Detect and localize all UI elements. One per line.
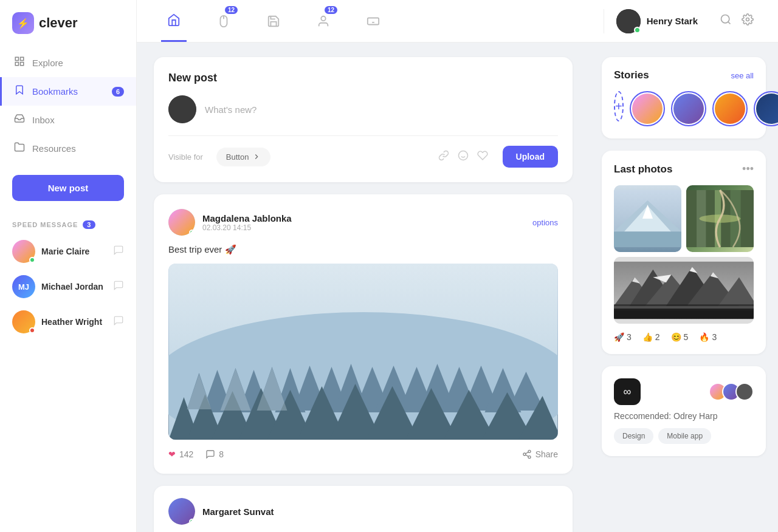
photo-item-snowy-mountains[interactable] [614, 257, 754, 324]
like-action[interactable]: ❤ 142 [168, 449, 193, 459]
mouse-tab-badge: 12 [225, 6, 238, 14]
reaction-thumbsup[interactable]: 👍 2 [642, 332, 660, 342]
svg-rect-2 [15, 63, 18, 66]
svg-point-17 [746, 18, 749, 21]
inbox-label: Inbox [32, 115, 55, 125]
post-author-name-2: Margaret Sunvat [202, 506, 274, 517]
tab-profile[interactable]: 12 [311, 1, 336, 41]
explore-label: Explore [32, 58, 63, 68]
story-avatar-4[interactable] [754, 91, 778, 126]
photo-item-mountain[interactable] [614, 185, 681, 252]
svg-rect-3 [21, 63, 24, 66]
chat-icon[interactable] [113, 280, 124, 293]
logo: ⚡ clever [0, 12, 136, 49]
tag-design[interactable]: Design [614, 428, 653, 444]
add-story-button[interactable]: + [614, 91, 624, 121]
photo-item-aerial[interactable] [686, 185, 754, 252]
reaction-smile-count: 5 [684, 332, 689, 342]
right-sidebar: Stories see all + [590, 43, 778, 532]
bookmarks-label: Bookmarks [32, 86, 78, 97]
link-icon[interactable] [438, 150, 449, 164]
new-post-placeholder[interactable]: What's new? [205, 104, 256, 115]
feed: New post What's new? Visible for Button [137, 43, 590, 532]
svg-point-18 [458, 151, 467, 160]
tag-mobile[interactable]: Mobile app [658, 428, 711, 444]
story-avatar-1[interactable] [630, 91, 665, 126]
post-author-avatar-2 [168, 498, 195, 525]
svg-line-59 [525, 452, 528, 454]
user-online-dot [634, 27, 641, 33]
reaction-fire[interactable]: 🔥 3 [699, 332, 717, 342]
more-options-icon[interactable]: ••• [742, 163, 754, 176]
message-name-marie: Marie Claire [41, 247, 107, 256]
chat-icon[interactable] [113, 315, 124, 329]
message-item-heather[interactable]: Heather Wright [0, 304, 136, 339]
stories-card: Stories see all + [602, 57, 766, 138]
see-all-stories[interactable]: see all [731, 71, 754, 80]
visible-for-label: Visible for [168, 152, 203, 162]
comment-action[interactable]: 8 [205, 449, 224, 459]
reaction-smile[interactable]: 😊 5 [671, 332, 689, 342]
svg-line-58 [525, 455, 528, 457]
resources-label: Resources [32, 143, 76, 154]
tab-floppy[interactable] [261, 1, 286, 41]
speed-message-header: SPEED MESSAGE 3 [0, 216, 136, 234]
bookmarks-badge: 6 [112, 87, 124, 97]
post-date: 02.03.20 14:15 [202, 223, 292, 232]
sidebar-item-resources[interactable]: Resources [0, 134, 136, 163]
new-post-button[interactable]: New post [12, 175, 124, 201]
online-indicator [29, 257, 35, 263]
svg-rect-7 [368, 18, 379, 24]
recommend-tags: Design Mobile app [614, 428, 754, 444]
tab-keyboard[interactable] [360, 1, 386, 41]
svg-point-15 [721, 15, 729, 23]
message-item-michael[interactable]: MJ Michael Jordan [0, 269, 136, 304]
post-author-name: Magdalena Jablonka [202, 213, 292, 223]
tab-home[interactable] [161, 0, 187, 42]
main-content: 12 12 Henry Stark [137, 0, 778, 532]
upload-button[interactable]: Upload [503, 146, 558, 168]
profile-tab-badge: 12 [325, 6, 337, 14]
new-post-title: New post [168, 72, 558, 84]
search-button[interactable] [720, 13, 732, 29]
sidebar-item-inbox[interactable]: Inbox [0, 106, 136, 134]
share-button[interactable]: Share [522, 449, 558, 459]
inbox-icon [14, 113, 25, 127]
chat-icon[interactable] [113, 245, 124, 258]
recommend-logo: ∞ [614, 378, 641, 405]
photos-title: Last photos [614, 163, 672, 176]
user-info: Henry Stark [604, 9, 710, 33]
post-author-info-2: Margaret Sunvat [202, 506, 274, 517]
reaction-rocket[interactable]: 🚀 3 [614, 332, 632, 342]
post-text: Best trip ever 🚀 [168, 244, 558, 255]
post-options[interactable]: options [532, 218, 558, 227]
grid-icon [14, 56, 25, 70]
topnav-right: Henry Stark [604, 9, 754, 33]
recommend-card: ∞ Reccomended: Odrey Harp Design Mobile … [602, 366, 766, 456]
tab-mouse[interactable]: 12 [211, 1, 236, 41]
stories-list: + [614, 91, 754, 126]
rec-avatar-3 [735, 383, 754, 401]
new-post-input-area: What's new? [168, 95, 558, 123]
stories-title: Stories [614, 69, 649, 81]
post-author-info: Magdalena Jablonka 02.03.20 14:15 [202, 213, 292, 232]
visibility-button[interactable]: Button [216, 148, 271, 166]
share-label: Share [535, 449, 558, 459]
nav-tabs: 12 12 [161, 0, 604, 42]
heart-icon[interactable] [477, 150, 488, 164]
story-avatar-2[interactable] [671, 91, 706, 126]
settings-button[interactable] [742, 13, 754, 29]
story-avatar-3[interactable] [712, 91, 748, 126]
sidebar-item-explore[interactable]: Explore [0, 49, 136, 77]
stories-header: Stories see all [614, 69, 754, 81]
emoji-icon[interactable] [458, 150, 469, 164]
sidebar-item-bookmarks[interactable]: Bookmarks 6 [0, 77, 136, 106]
app-name: clever [39, 15, 78, 31]
message-item-marie[interactable]: Marie Claire [0, 234, 136, 269]
logo-icon: ⚡ [12, 12, 34, 34]
comments-count: 8 [219, 449, 224, 459]
recommend-name: Reccomended: Odrey Harp [614, 411, 754, 421]
new-post-actions: Visible for Button [168, 146, 558, 168]
svg-point-56 [523, 453, 526, 455]
svg-rect-0 [15, 57, 18, 60]
